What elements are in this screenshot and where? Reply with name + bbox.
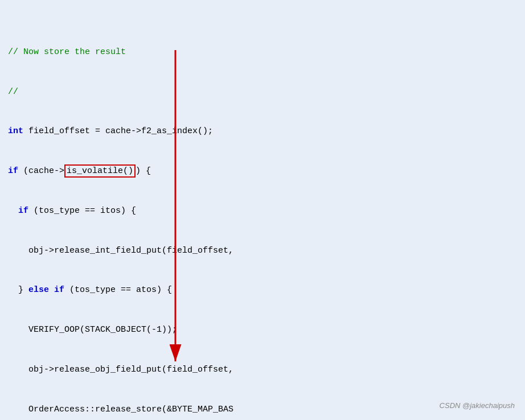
code-container: // Now store the result // int field_off… — [0, 0, 525, 420]
line-4: if (cache->is_volatile()) { — [8, 164, 519, 178]
line-5: if (tos_type == itos) { — [8, 204, 519, 217]
plain-7b: (tos_type == atos) { — [64, 285, 172, 295]
comment-1: // Now store the result — [8, 47, 126, 57]
plain-3: field_offset = cache->f2_as_index(); — [23, 126, 213, 136]
comment-2: // — [8, 87, 18, 97]
line-3: int field_offset = cache->f2_as_index(); — [8, 125, 519, 138]
plain-8: VERIFY_OOP(STACK_OBJECT(-1)); — [8, 325, 177, 335]
kw-int: int — [8, 126, 23, 136]
line-2: // — [8, 85, 519, 98]
line-8: VERIFY_OOP(STACK_OBJECT(-1)); — [8, 323, 519, 336]
code-block: // Now store the result // int field_off… — [8, 6, 519, 420]
watermark: CSDN @jakiechaipush — [440, 401, 515, 410]
plain-4a: (cache-> — [18, 166, 64, 176]
plain-4b: ) { — [136, 166, 151, 176]
plain-10: OrderAccess::release_store(&BYTE_MAP_BAS — [8, 405, 233, 414]
kw-if: if — [8, 166, 18, 176]
plain-9: obj->release_obj_field_put(field_offset, — [8, 365, 233, 374]
kw-else1: else if — [28, 285, 64, 295]
plain-5: if (tos_type == itos) { — [8, 206, 136, 216]
line-9: obj->release_obj_field_put(field_offset, — [8, 363, 519, 376]
highlight-is-volatile: is_volatile() — [64, 164, 136, 178]
plain-7a: } — [8, 285, 28, 295]
plain-6: obj->release_int_field_put(field_offset, — [8, 246, 233, 256]
line-7: } else if (tos_type == atos) { — [8, 283, 519, 297]
line-6: obj->release_int_field_put(field_offset, — [8, 244, 519, 257]
line-1: // Now store the result — [8, 46, 519, 59]
